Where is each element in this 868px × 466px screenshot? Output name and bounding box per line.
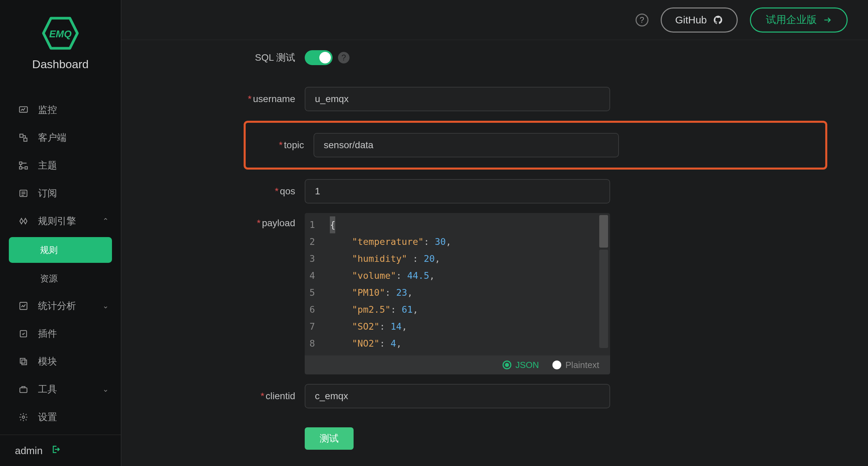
svg-rect-7 (25, 167, 27, 169)
svg-rect-13 (20, 388, 27, 392)
sidebar-item-analytics[interactable]: 统计分析 ⌄ (0, 292, 121, 320)
svg-text:EMQ: EMQ (49, 28, 72, 39)
sidebar-item-label: 规则引擎 (38, 215, 76, 228)
svg-rect-11 (20, 358, 25, 363)
current-user: admin (15, 445, 43, 457)
code-lines[interactable]: { "temperature": 30, "humidity" : 20, "v… (322, 213, 610, 355)
sidebar-item-rules[interactable]: 规则 (9, 237, 112, 263)
payload-label: payload (262, 218, 295, 228)
subscriptions-icon (18, 188, 29, 198)
plugins-icon (18, 329, 29, 339)
clientid-row: *clientid (244, 384, 827, 408)
trial-label: 试用企业版 (766, 13, 817, 27)
username-row: *username (244, 87, 827, 111)
arrow-right-icon (823, 16, 832, 24)
clientid-label: clientid (266, 391, 295, 401)
sidebar-item-label: 主题 (38, 159, 57, 172)
sql-test-label: SQL 测试 (244, 51, 305, 64)
rule-engine-icon (18, 216, 29, 226)
format-json-radio[interactable]: JSON (503, 360, 539, 370)
sidebar-item-subscriptions[interactable]: 订阅 (0, 179, 121, 207)
sidebar-item-label: 监控 (38, 103, 57, 116)
username-label: username (253, 94, 295, 104)
sidebar-item-label: 规则 (40, 244, 58, 256)
tools-icon (18, 384, 29, 394)
svg-rect-4 (24, 138, 27, 141)
sidebar-item-label: 设置 (38, 411, 57, 424)
topic-input[interactable] (314, 133, 619, 157)
sidebar-item-label: 订阅 (38, 187, 57, 200)
username-input[interactable] (305, 87, 610, 111)
clientid-input[interactable] (305, 384, 610, 408)
payload-editor[interactable]: 12345678 { "temperature": 30, "humidity"… (305, 213, 610, 374)
radio-dot-icon (503, 361, 511, 369)
sidebar-item-settings[interactable]: 设置 (0, 403, 121, 431)
radio-dot-icon (552, 361, 561, 369)
help-tooltip-icon[interactable]: ? (338, 52, 350, 63)
sidebar-item-topics[interactable]: 主题 (0, 152, 121, 179)
scrollbar-track (599, 250, 608, 348)
sidebar-item-label: 统计分析 (38, 299, 76, 312)
nav: 监控 客户端 主题 订阅 规则引擎 ⌃ 规则 资 (0, 81, 121, 434)
test-button-row: 测试 (244, 427, 827, 450)
help-icon[interactable]: ? (636, 14, 648, 26)
form-content: SQL 测试 ? *username *topic *qos *pa (121, 40, 868, 466)
sidebar-item-label: 插件 (38, 327, 57, 340)
format-plaintext-radio[interactable]: Plaintext (552, 360, 599, 370)
qos-input[interactable] (305, 179, 610, 203)
sidebar-item-tools[interactable]: 工具 ⌄ (0, 375, 121, 403)
format-json-label: JSON (515, 360, 539, 370)
svg-rect-2 (19, 107, 27, 112)
line-gutter: 12345678 (305, 213, 322, 355)
payload-row: *payload 12345678 { "temperature": 30, "… (244, 213, 827, 374)
sidebar-item-clients[interactable]: 客户端 (0, 124, 121, 152)
svg-rect-6 (19, 167, 22, 169)
github-label: GitHub (675, 14, 707, 26)
github-button[interactable]: GitHub (661, 7, 738, 33)
chevron-up-icon: ⌃ (102, 217, 109, 226)
sidebar-item-plugins[interactable]: 插件 (0, 320, 121, 348)
topbar: ? GitHub 试用企业版 (121, 0, 868, 40)
emq-logo-icon: EMQ (41, 16, 79, 50)
topics-icon (18, 160, 29, 171)
sidebar-item-monitor[interactable]: 监控 (0, 96, 121, 124)
sidebar-item-label: 资源 (40, 273, 58, 285)
svg-rect-3 (20, 134, 23, 137)
chevron-down-icon: ⌄ (102, 302, 109, 310)
chevron-down-icon: ⌄ (102, 385, 109, 394)
sidebar-item-modules[interactable]: 模块 (0, 348, 121, 375)
monitor-icon (18, 105, 29, 115)
svg-point-14 (22, 416, 25, 419)
sidebar: EMQ Dashboard 监控 客户端 主题 订阅 规则 (0, 0, 121, 466)
sidebar-item-label: 客户端 (38, 131, 67, 144)
modules-icon (18, 356, 29, 367)
sidebar-item-rule-engine[interactable]: 规则引擎 ⌃ (0, 207, 121, 235)
github-icon (713, 15, 723, 25)
clients-icon (18, 133, 29, 143)
test-button[interactable]: 测试 (305, 427, 354, 450)
svg-rect-12 (22, 360, 26, 365)
sql-test-row: SQL 测试 ? (244, 50, 827, 65)
logout-icon[interactable] (51, 445, 60, 457)
topic-label: topic (284, 140, 304, 150)
topic-highlight: *topic (244, 121, 827, 170)
logo-block: EMQ Dashboard (0, 0, 121, 81)
qos-row: *qos (244, 179, 827, 203)
trial-enterprise-button[interactable]: 试用企业版 (750, 7, 848, 33)
svg-rect-5 (19, 162, 22, 164)
sidebar-item-label: 工具 (38, 383, 57, 396)
gear-icon (18, 412, 29, 422)
sql-test-toggle[interactable] (305, 50, 333, 65)
editor-format-bar: JSON Plaintext (305, 355, 610, 374)
format-plain-label: Plaintext (565, 360, 599, 370)
scrollbar-thumb[interactable] (599, 215, 608, 248)
app-title: Dashboard (0, 58, 121, 71)
sidebar-footer: admin (0, 434, 121, 466)
sidebar-item-label: 模块 (38, 355, 57, 368)
analytics-icon (18, 301, 29, 311)
qos-label: qos (280, 186, 295, 196)
sidebar-item-resources[interactable]: 资源 (0, 265, 121, 292)
